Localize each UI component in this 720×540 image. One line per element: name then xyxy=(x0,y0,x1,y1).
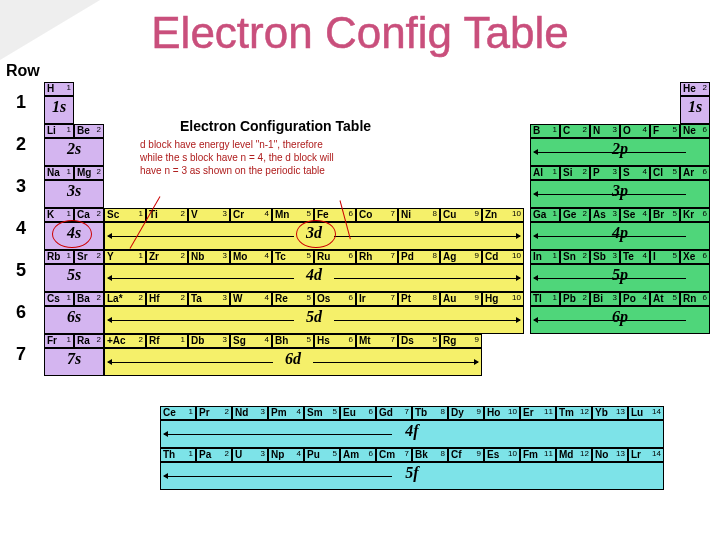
element-number: 6 xyxy=(369,408,373,416)
element-symbol: Tl xyxy=(533,294,542,304)
element-cell-he: He2 xyxy=(680,82,710,96)
element-symbol: V xyxy=(191,210,198,220)
element-number: 7 xyxy=(391,210,395,218)
element-symbol: Ir xyxy=(359,294,366,304)
element-number: 3 xyxy=(223,294,227,302)
row-number: 6 xyxy=(16,302,26,323)
row-number: 3 xyxy=(16,176,26,197)
element-cell-ds: Ds5 xyxy=(398,334,440,348)
element-symbol: Ba xyxy=(77,294,90,304)
element-cell-ag: Ag9 xyxy=(440,250,482,264)
arrow-icon xyxy=(534,194,686,195)
orbital-label: 5p xyxy=(530,266,710,284)
note-text: d block have energy level "n-1", therefo… xyxy=(140,138,440,177)
highlight-circle-4s xyxy=(52,220,92,248)
element-cell-na: Na1 xyxy=(44,166,74,180)
element-symbol: Ho xyxy=(487,408,500,418)
element-number: 2 xyxy=(225,408,229,416)
element-symbol: Ce xyxy=(163,408,176,418)
element-symbol: Cl xyxy=(653,168,663,178)
element-number: 11 xyxy=(544,408,553,416)
element-symbol: In xyxy=(533,252,542,262)
element-symbol: Se xyxy=(623,210,635,220)
element-cell-pm: Pm4 xyxy=(268,406,304,420)
orbital-label: 6s xyxy=(44,308,104,326)
element-number: 4 xyxy=(265,252,269,260)
element-number: 3 xyxy=(223,210,227,218)
element-cell-fr: Fr1 xyxy=(44,334,74,348)
element-number: 6 xyxy=(703,252,707,260)
element-cell-cf: Cf9 xyxy=(448,448,484,462)
element-cell-cm: Cm7 xyxy=(376,448,412,462)
element-cell-hg: Hg10 xyxy=(482,292,524,306)
element-cell-o: O4 xyxy=(620,124,650,138)
orbital-label: 5f xyxy=(160,464,664,482)
element-cell-cr: Cr4 xyxy=(230,208,272,222)
element-symbol: Pa xyxy=(199,450,211,460)
element-number: 1 xyxy=(553,168,557,176)
element-symbol: As xyxy=(593,210,606,220)
arrow-icon xyxy=(313,362,478,363)
element-symbol: Sc xyxy=(107,210,119,220)
element-symbol: Sn xyxy=(563,252,576,262)
element-cell-sm: Sm5 xyxy=(304,406,340,420)
element-symbol: Ca xyxy=(77,210,90,220)
element-number: 6 xyxy=(369,450,373,458)
element-number: 7 xyxy=(391,294,395,302)
element-cell-pu: Pu5 xyxy=(304,448,340,462)
orbital-label: 2s xyxy=(44,140,104,158)
element-cell-nb: Nb3 xyxy=(188,250,230,264)
element-cell-li: Li1 xyxy=(44,124,74,138)
element-cell-c: C2 xyxy=(560,124,590,138)
element-symbol: Rb xyxy=(47,252,60,262)
element-cell-tc: Tc5 xyxy=(272,250,314,264)
element-number: 6 xyxy=(703,210,707,218)
element-symbol: Dy xyxy=(451,408,464,418)
element-symbol: He xyxy=(683,84,696,94)
element-number: 10 xyxy=(512,252,521,260)
element-cell-rn: Rn6 xyxy=(680,292,710,306)
element-cell-fm: Fm11 xyxy=(520,448,556,462)
element-number: 10 xyxy=(512,210,521,218)
orbital-label: 2p xyxy=(530,140,710,158)
element-symbol: Ru xyxy=(317,252,330,262)
element-symbol: Kr xyxy=(683,210,694,220)
element-cell-co: Co7 xyxy=(356,208,398,222)
element-cell-br: Br5 xyxy=(650,208,680,222)
element-symbol: Ra xyxy=(77,336,90,346)
element-cell-lu: Lu14 xyxy=(628,406,664,420)
element-number: 5 xyxy=(333,450,337,458)
element-symbol: Ag xyxy=(443,252,456,262)
element-cell-si: Si2 xyxy=(560,166,590,180)
element-symbol: N xyxy=(593,126,600,136)
element-symbol: Nd xyxy=(235,408,248,418)
element-number: 1 xyxy=(67,84,71,92)
element-symbol: Y xyxy=(107,252,114,262)
element-symbol: Lr xyxy=(631,450,641,460)
element-cell-pb: Pb2 xyxy=(560,292,590,306)
element-cell-ho: Ho10 xyxy=(484,406,520,420)
element-symbol: Pt xyxy=(401,294,411,304)
element-symbol: Nb xyxy=(191,252,204,262)
element-symbol: U xyxy=(235,450,242,460)
element-symbol: Bh xyxy=(275,336,288,346)
element-symbol: Ta xyxy=(191,294,202,304)
element-symbol: Rf xyxy=(149,336,160,346)
element-number: 2 xyxy=(97,336,101,344)
element-symbol: Bi xyxy=(593,294,603,304)
element-cell-ne: Ne6 xyxy=(680,124,710,138)
element-cell-tm: Tm12 xyxy=(556,406,592,420)
element-symbol: Pm xyxy=(271,408,287,418)
element-number: 2 xyxy=(583,294,587,302)
element-cell-mg: Mg2 xyxy=(74,166,104,180)
element-number: 1 xyxy=(553,126,557,134)
element-number: 2 xyxy=(181,294,185,302)
element-cell-th: Th1 xyxy=(160,448,196,462)
arrow-icon xyxy=(534,278,686,279)
element-number: 2 xyxy=(583,126,587,134)
orbital-label: 6d xyxy=(104,350,482,368)
element-cell-po: Po4 xyxy=(620,292,650,306)
element-number: 1 xyxy=(553,210,557,218)
element-number: 2 xyxy=(97,126,101,134)
element-number: 1 xyxy=(139,210,143,218)
